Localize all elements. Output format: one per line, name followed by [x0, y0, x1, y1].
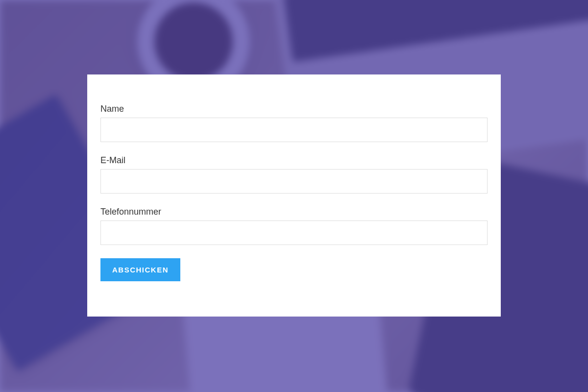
name-input[interactable]	[100, 118, 488, 142]
email-input[interactable]	[100, 169, 488, 194]
email-field-group: E-Mail	[100, 155, 488, 194]
phone-label: Telefonnummer	[100, 207, 488, 217]
phone-field-group: Telefonnummer	[100, 207, 488, 245]
phone-input[interactable]	[100, 220, 488, 245]
name-field-group: Name	[100, 104, 488, 142]
email-label: E-Mail	[100, 155, 488, 166]
contact-form-card: Name E-Mail Telefonnummer ABSCHICKEN	[87, 74, 501, 317]
submit-button[interactable]: ABSCHICKEN	[100, 258, 180, 281]
name-label: Name	[100, 104, 488, 114]
